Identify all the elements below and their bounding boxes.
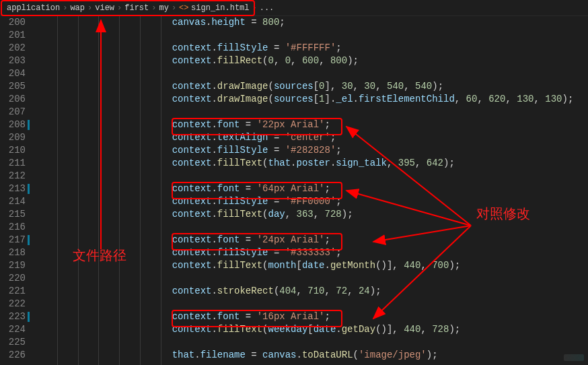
code-line[interactable] bbox=[36, 221, 588, 234]
token-punc: ); bbox=[443, 158, 455, 168]
breadcrumb-segment[interactable]: application bbox=[7, 3, 60, 13]
token-var: context bbox=[172, 311, 212, 322]
chevron-right-icon: › bbox=[252, 3, 257, 13]
token-op: = bbox=[268, 247, 285, 258]
token-punc: ); bbox=[432, 81, 443, 92]
breadcrumb[interactable]: application›wap›view›first›my›<>sign_in.… bbox=[0, 0, 588, 16]
code-line[interactable] bbox=[36, 67, 588, 80]
token-num: 440 bbox=[404, 260, 420, 271]
token-var: that bbox=[172, 350, 195, 360]
token-punc: , bbox=[274, 55, 285, 66]
line-number-gutter: 2002012022032042052062072082092102112122… bbox=[0, 16, 32, 365]
line-number: 205 bbox=[0, 80, 26, 93]
line-number: 218 bbox=[0, 246, 26, 259]
code-line[interactable]: context.drawImage(sources[1]._el.firstEl… bbox=[36, 93, 588, 106]
code-line[interactable]: context.fillText(weekday[date.getDay()],… bbox=[36, 323, 588, 336]
token-num: 600 bbox=[302, 55, 319, 66]
code-line[interactable]: context.font = '64px Arial'; bbox=[36, 182, 588, 195]
code-line[interactable]: context.font = '22px Arial'; bbox=[36, 119, 588, 131]
token-punc: , bbox=[375, 81, 387, 92]
breadcrumb-segment[interactable]: <>sign_in.html bbox=[179, 3, 249, 13]
token-punc: . bbox=[211, 94, 217, 104]
token-str: 'center' bbox=[285, 132, 330, 143]
token-var: context bbox=[172, 55, 212, 66]
code-line[interactable]: context.fillText(that.poster.sign_talk, … bbox=[36, 157, 588, 170]
token-num: 130 bbox=[517, 94, 534, 104]
token-var: context bbox=[172, 196, 212, 207]
line-number: 216 bbox=[0, 221, 26, 234]
line-number: 211 bbox=[0, 157, 26, 170]
token-punc: ; bbox=[336, 196, 341, 207]
code-line[interactable]: context.fillRect(0, 0, 600, 800); bbox=[36, 55, 588, 67]
code-area[interactable]: canvas.height = 800; context.fillStyle =… bbox=[32, 16, 588, 362]
code-line[interactable]: context.drawImage(sources[0], 30, 30, 54… bbox=[36, 80, 588, 93]
token-op: = bbox=[268, 145, 285, 156]
token-punc: , bbox=[387, 158, 398, 168]
code-line[interactable] bbox=[36, 272, 588, 285]
token-punc: ]. bbox=[325, 94, 336, 104]
token-var: date bbox=[302, 260, 325, 271]
token-prop: fillStyle bbox=[217, 42, 268, 53]
code-line[interactable] bbox=[36, 170, 588, 182]
token-var: context bbox=[172, 234, 212, 245]
line-number: 203 bbox=[0, 55, 26, 67]
token-num: 24 bbox=[359, 286, 370, 296]
token-punc: , bbox=[455, 94, 466, 104]
code-line[interactable]: context.fillText(day, 363, 728); bbox=[36, 208, 588, 221]
token-punc: , bbox=[420, 324, 432, 335]
code-line[interactable]: context.font = '16px Arial'; bbox=[36, 310, 588, 323]
token-num: 620 bbox=[488, 94, 505, 104]
token-num: 395 bbox=[398, 158, 415, 168]
token-num: 404 bbox=[279, 286, 296, 296]
token-punc: , bbox=[314, 209, 325, 220]
token-punc: , bbox=[297, 286, 308, 296]
code-line[interactable]: context.fillStyle = '#FF0000'; bbox=[36, 195, 588, 208]
token-punc: , bbox=[505, 94, 517, 104]
code-line[interactable]: context.font = '24px Arial'; bbox=[36, 234, 588, 246]
token-var: sources bbox=[274, 94, 314, 104]
token-punc: ); bbox=[562, 94, 574, 104]
token-prop: textAlign bbox=[217, 132, 268, 143]
code-line[interactable]: context.strokeRect(404, 710, 72, 24); bbox=[36, 285, 588, 298]
code-line[interactable] bbox=[36, 336, 588, 349]
token-func: fillText bbox=[217, 324, 262, 335]
code-line[interactable]: context.fillStyle = '#333333'; bbox=[36, 246, 588, 259]
token-punc: . bbox=[211, 209, 217, 220]
breadcrumb-label: wap bbox=[70, 3, 85, 13]
code-line[interactable] bbox=[36, 106, 588, 119]
code-line[interactable] bbox=[36, 29, 588, 42]
token-punc: ; bbox=[325, 311, 330, 322]
line-number: 223 bbox=[0, 310, 26, 323]
breadcrumb-segment[interactable]: my bbox=[159, 3, 168, 13]
token-punc: . bbox=[211, 145, 217, 156]
code-line[interactable]: context.fillStyle = '#FFFFFF'; bbox=[36, 42, 588, 55]
token-punc: ()], bbox=[375, 260, 404, 271]
code-line[interactable]: context.fillStyle = '#282828'; bbox=[36, 144, 588, 157]
token-punc: . bbox=[297, 350, 302, 360]
token-str: '22px Arial' bbox=[257, 119, 325, 130]
token-prop: sign_talk bbox=[336, 158, 387, 168]
code-line[interactable]: context.textAlign = 'center'; bbox=[36, 131, 588, 144]
code-line[interactable]: context.fillText(month[date.getMonth()],… bbox=[36, 259, 588, 272]
code-line[interactable]: canvas.height = 800; bbox=[36, 16, 588, 29]
token-punc: , bbox=[285, 209, 297, 220]
breadcrumb-segment[interactable]: view bbox=[95, 3, 114, 13]
token-num: 0 bbox=[319, 81, 324, 92]
code-line[interactable]: that.filename = canvas.toDataURL('image/… bbox=[36, 349, 588, 362]
token-punc: . bbox=[211, 42, 217, 53]
code-editor[interactable]: 2002012022032042052062072082092102112122… bbox=[0, 16, 588, 365]
token-str: '24px Arial' bbox=[257, 234, 325, 245]
token-func: drawImage bbox=[217, 81, 268, 92]
token-var: canvas bbox=[262, 350, 296, 360]
token-punc: . bbox=[211, 81, 217, 92]
line-number: 212 bbox=[0, 170, 26, 182]
code-line[interactable] bbox=[36, 298, 588, 310]
breadcrumb-segment[interactable]: first bbox=[124, 3, 149, 13]
token-punc: . bbox=[211, 286, 217, 296]
token-punc: , bbox=[291, 55, 302, 66]
token-var: context bbox=[172, 324, 212, 335]
breadcrumb-segment[interactable]: wap bbox=[70, 3, 85, 13]
breadcrumb-segment[interactable]: ... bbox=[260, 3, 274, 13]
token-var: context bbox=[172, 42, 212, 53]
token-punc: . bbox=[325, 260, 330, 271]
